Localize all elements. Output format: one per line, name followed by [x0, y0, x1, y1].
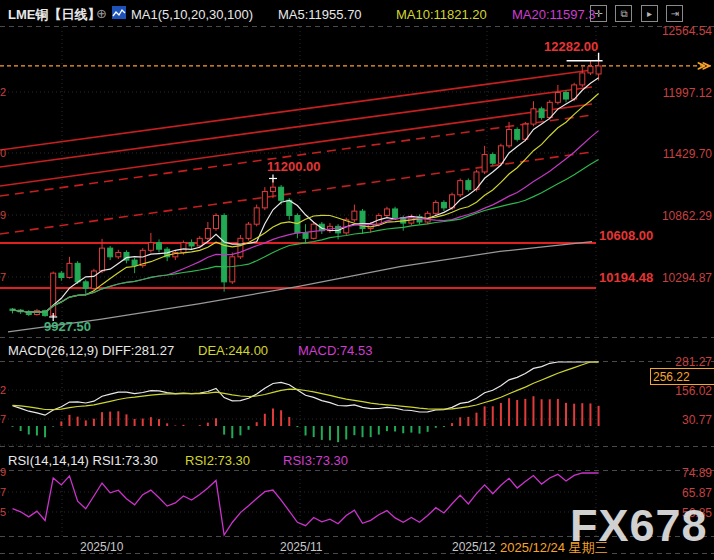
rsi3-value: RSI3:73.30: [283, 454, 348, 467]
candle-body: [51, 273, 56, 315]
candle-body: [230, 257, 235, 282]
candle-body: [466, 181, 471, 190]
candle-body: [287, 200, 292, 215]
rsi-axis-label: 65.87: [654, 486, 712, 500]
rsi-line: [13, 473, 599, 535]
pan-right-icon[interactable]: ⇥: [666, 5, 683, 22]
candle-body: [303, 233, 308, 238]
clipped-axis-digit: 5: [0, 506, 9, 518]
candle-body: [157, 243, 162, 250]
candle-body: [108, 248, 113, 257]
candle-body: [197, 238, 202, 246]
macd-diff-line: [13, 362, 599, 415]
candle-body: [588, 66, 593, 73]
candle-body: [564, 93, 569, 100]
ma20-value: MA20:11597.3: [512, 8, 596, 21]
time-axis-label: 2025/12: [452, 540, 495, 554]
clipped-axis-digit: 9: [0, 209, 9, 221]
candle-body: [262, 192, 267, 208]
candle-body: [222, 215, 227, 281]
candle-body: [279, 187, 284, 200]
clipped-axis-digit: 0: [0, 147, 9, 159]
candle-body: [531, 109, 536, 124]
candle-body: [596, 66, 601, 74]
candle-body: [482, 155, 487, 172]
macd-dea-line: [13, 362, 599, 410]
price-axis-label: 10862.29: [654, 209, 712, 223]
rsi-axis-label: 74.89: [654, 466, 712, 480]
candle-body: [67, 263, 72, 277]
ma10-value: MA10:11821.20: [396, 8, 487, 21]
candle-body: [352, 211, 357, 220]
candle-body: [254, 208, 259, 224]
candle-body: [555, 93, 560, 103]
macd-axis-label: 281.27: [654, 355, 712, 369]
clipped-axis-digit: 7: [0, 271, 9, 283]
support2-label: 10194.48: [599, 271, 653, 284]
candle-body: [59, 273, 64, 277]
macd-title: MACD(26,12,9) DIFF:281.27: [8, 344, 174, 357]
clipped-axis-digit: 2: [0, 384, 9, 396]
marked-low-label: 9927.50: [44, 320, 91, 333]
macd-value: MACD:74.53: [298, 344, 372, 357]
price-axis-label: 11429.70: [654, 147, 712, 161]
candle-body: [515, 130, 520, 140]
candle-body: [148, 243, 153, 251]
clipped-axis-digit: 9: [0, 466, 9, 478]
price-axis-label: 12564.54: [654, 24, 712, 38]
rsi1-value: RSI1:73.30: [93, 453, 158, 468]
clipped-axis-digit: 7: [0, 413, 9, 425]
rsi2-value: RSI2:73.30: [185, 454, 250, 467]
watermark: FX678: [570, 500, 708, 552]
ma5-value: MA5:11955.70: [278, 8, 362, 21]
macd-current-axis-value: 256.22: [650, 368, 714, 385]
toolbar: ✛ ⧉ ▸ ⇥: [586, 5, 683, 22]
candle-body: [384, 209, 389, 216]
candle-body: [433, 202, 438, 213]
marked-high-label: 12282.00: [544, 40, 598, 53]
candle-body: [458, 181, 463, 195]
candle-body: [539, 109, 544, 118]
clipped-axis-digit: 2: [0, 86, 9, 98]
symbol-title: LME铜【日线】: [8, 8, 100, 21]
add-indicator-icon[interactable]: ⊕: [96, 7, 107, 20]
macd-diff-value: DIFF:281.27: [102, 343, 174, 358]
mini-chart-icon[interactable]: [112, 6, 126, 19]
candle-body: [83, 282, 88, 289]
clipped-axis-digit: 7: [0, 486, 9, 498]
macd-axis-label: 30.77: [654, 413, 712, 427]
trend-line: [0, 70, 592, 150]
price-axis-label: 11997.12: [654, 86, 712, 100]
rsi-title: RSI(14,14,14) RSI1:73.30: [8, 454, 158, 467]
candle-body: [246, 224, 251, 238]
crosshair-icon[interactable]: ✛: [590, 5, 607, 22]
candle-body: [214, 215, 219, 228]
candle-body: [270, 187, 275, 191]
indicator-window-icon[interactable]: ▸: [641, 5, 658, 22]
candle-body: [441, 202, 446, 207]
candle-body: [75, 263, 80, 281]
macd-axis-label: 156.02: [654, 384, 712, 398]
candle-body: [181, 243, 186, 253]
candle-body: [91, 271, 96, 288]
candle-body: [205, 229, 210, 239]
candle-body: [189, 243, 194, 246]
candle-body: [100, 248, 105, 271]
candle-body: [523, 124, 528, 139]
time-axis-label: 2025/10: [80, 540, 123, 554]
candle-body: [116, 252, 121, 256]
candle-body: [393, 209, 398, 218]
candle-body: [547, 102, 552, 117]
time-axis-label: 2025/11: [280, 540, 323, 554]
support1-label: 10608.00: [599, 229, 653, 242]
marked-peak-label: 11200.00: [267, 160, 321, 173]
candle-body: [490, 155, 495, 164]
current-price-marker-icon: ≫: [697, 59, 711, 72]
candle-body: [132, 260, 137, 265]
fit-chart-icon[interactable]: ⧉: [615, 5, 632, 22]
candle-body: [507, 130, 512, 146]
candle-body: [580, 73, 585, 85]
candle-body: [498, 146, 503, 163]
candle-body: [238, 238, 243, 256]
ma-settings-label: MA1(5,10,20,30,100): [131, 8, 253, 21]
